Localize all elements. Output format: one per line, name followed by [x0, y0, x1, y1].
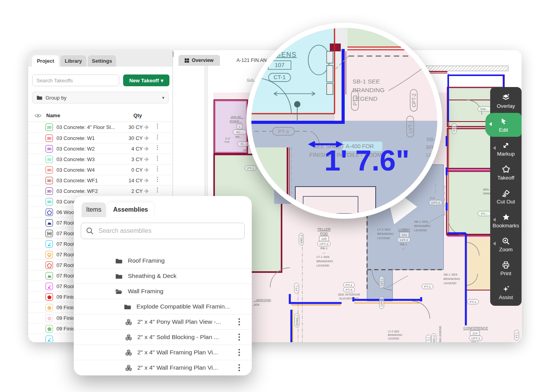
more-menu-icon[interactable]	[157, 125, 158, 127]
more-menu-icon[interactable]	[157, 168, 158, 169]
toolbar-zoom-button[interactable]: Zoom	[490, 232, 522, 256]
arrow-icon[interactable]	[144, 189, 149, 193]
table-row[interactable]: 3D03 Concrete: WF114 CY	[28, 175, 173, 186]
takeoff-name: 09 Finis	[56, 294, 75, 300]
assembly-folder-row[interactable]: Roof Framing	[74, 253, 252, 269]
more-menu-icon[interactable]	[157, 136, 158, 138]
arrow-icon[interactable]	[144, 178, 149, 183]
new-takeoff-button[interactable]: New Takeoff▾	[123, 74, 169, 86]
toolbar-overlay-button[interactable]: Overlay	[490, 89, 522, 113]
svg-text:POD: POD	[320, 232, 328, 236]
assembly-item-row[interactable]: 2" x 4" Wall Framing Plan Vi...	[74, 345, 252, 360]
arrow-icon[interactable]	[144, 136, 149, 140]
takeoff-type-badge: 3D	[45, 177, 53, 184]
assembly-folder-row[interactable]: Sheathing & Deck	[74, 269, 252, 284]
arrow-icon[interactable]	[144, 168, 149, 172]
svg-text:CT-1: CT-1	[274, 74, 286, 80]
assembly-item-row[interactable]: 2" x 4" Solid Blocking - Plan ...	[74, 330, 252, 345]
panel-resize-handle[interactable]	[173, 51, 173, 57]
tab-items[interactable]: Items	[82, 202, 106, 217]
collapse-arrow-icon[interactable]	[489, 122, 492, 126]
polygon-nodes-icon	[502, 165, 511, 174]
plan-label: VW...	[478, 107, 491, 112]
collapse-arrow-icon[interactable]	[493, 218, 496, 221]
plan-label: T-1	[426, 335, 431, 342]
table-row[interactable]: 3D03 Concrete: W33 CY	[28, 154, 173, 165]
takeoff-name: 06 Woo	[56, 209, 74, 215]
table-row[interactable]: 3D03 Concrete: W24 CY	[28, 143, 173, 154]
tab-library[interactable]: Library	[60, 55, 86, 67]
search-takeoffs-input[interactable]	[32, 74, 119, 86]
pentagon-icon	[45, 261, 53, 269]
plan-label: CPT-2	[429, 200, 442, 205]
toolbar-assist-button[interactable]: Assist	[490, 280, 522, 304]
visibility-eye-icon[interactable]	[35, 113, 42, 118]
more-menu-icon[interactable]	[238, 336, 240, 338]
toolbar-print-button[interactable]: Print	[490, 256, 522, 280]
magnified-plan-view: WOMENS 107 CT-1 SB-1 SEE BRANDING LEGEND…	[251, 28, 437, 214]
svg-text:PT-1: PT-1	[295, 285, 298, 291]
chevron-down-icon: ▾	[162, 95, 164, 100]
plan-label: PT-1	[344, 283, 355, 288]
tab-assemblies[interactable]: Assemblies	[107, 202, 154, 217]
more-menu-icon[interactable]	[157, 179, 158, 180]
plan-label: SB-1 SEE	[414, 220, 428, 223]
tab-settings[interactable]: Settings	[88, 55, 116, 67]
plan-label: BRANDING	[414, 224, 431, 228]
toolbar-markup-button[interactable]: Markup	[490, 137, 522, 161]
plan-label: 48"	[243, 149, 247, 152]
table-row[interactable]: 3D03 Concrete: W130 CY	[28, 132, 173, 143]
assembly-cubes-icon	[125, 365, 133, 371]
svg-text:LEGEND: LEGEND	[377, 236, 390, 240]
plan-label: PT-4	[344, 287, 355, 292]
takeoff-name: 03 Concrete: 4" Floor Sl...	[56, 124, 115, 130]
assembly-folder-open-row[interactable]: Wall Framing	[74, 284, 252, 299]
more-menu-icon[interactable]	[238, 367, 240, 368]
toolbar-cutout-button[interactable]: Cut Out	[490, 185, 522, 209]
svg-text:LVT-1: LVT-1	[400, 238, 408, 242]
more-menu-icon[interactable]	[157, 158, 158, 159]
takeoff-name: 09 Finis	[56, 315, 75, 321]
arrow-icon[interactable]	[144, 147, 149, 151]
brackets-icon	[45, 230, 53, 237]
table-row[interactable]: 2D03 Concrete: 4" Floor Sl...30 CY	[28, 122, 173, 132]
assemblies-list: Roof Framing Sheathing & Deck Wall Frami…	[74, 253, 252, 376]
svg-text:DVWC-1: DVWC-1	[296, 315, 298, 326]
assembly-item-row[interactable]: 2" x 4" Pony Wall Plan View -...	[74, 314, 252, 330]
svg-text:SB-1 SEE: SB-1 SEE	[414, 220, 428, 223]
arrow-icon[interactable]	[144, 157, 149, 162]
more-menu-icon[interactable]	[238, 321, 240, 323]
folder-icon	[124, 304, 131, 310]
arrow-icon[interactable]	[144, 125, 149, 129]
plan-label: PT-1	[294, 283, 299, 293]
group-by-dropdown[interactable]: Group by ▾	[32, 92, 169, 103]
plan-label: LEGEND	[444, 281, 456, 285]
collapse-arrow-icon[interactable]	[493, 146, 496, 150]
svg-text:TELLER: TELLER	[317, 227, 331, 231]
toolbar-bookmarks-button[interactable]: Bookmarks	[490, 209, 522, 232]
more-menu-icon[interactable]	[238, 352, 240, 353]
search-assemblies-input[interactable]	[98, 227, 240, 235]
collapse-arrow-icon[interactable]	[493, 241, 496, 245]
tab-project[interactable]: Project	[32, 55, 59, 67]
svg-text:BRANDING: BRANDING	[377, 232, 394, 236]
takeoff-name: 09 Finis	[56, 305, 75, 310]
plan-label: CPT-2	[380, 297, 384, 309]
assembly-item-row[interactable]: 2" x 4" Wall Framing Plan Vi...	[74, 360, 252, 376]
plan-label: TELLER	[317, 227, 331, 231]
assembly-folder-row[interactable]: Explode Compatible Wall Framin...	[74, 299, 252, 314]
svg-text:RB-1: RB-1	[471, 341, 479, 342]
svg-text:PT-1: PT-1	[470, 300, 476, 304]
takeoff-name: 03 Concrete: W1	[56, 135, 95, 141]
toolbar-takeoff-button[interactable]: Takeoff	[490, 161, 522, 185]
more-menu-icon[interactable]	[157, 147, 158, 148]
pentagon-fill-icon	[45, 325, 53, 332]
table-row[interactable]: 3D03 Concrete: W40 CY	[28, 164, 173, 175]
caret-down-icon: ▾	[161, 78, 164, 83]
table-row[interactable]: 3D03 Concrete: WF22 CY	[28, 185, 173, 196]
more-menu-icon[interactable]	[157, 189, 158, 191]
svg-text:BRANDING: BRANDING	[353, 87, 385, 93]
plan-label: ...AKROOM/	[254, 298, 271, 302]
plan-label: LT-2 SEE	[388, 330, 400, 333]
toolbar-edit-button[interactable]: Edit	[485, 113, 522, 137]
